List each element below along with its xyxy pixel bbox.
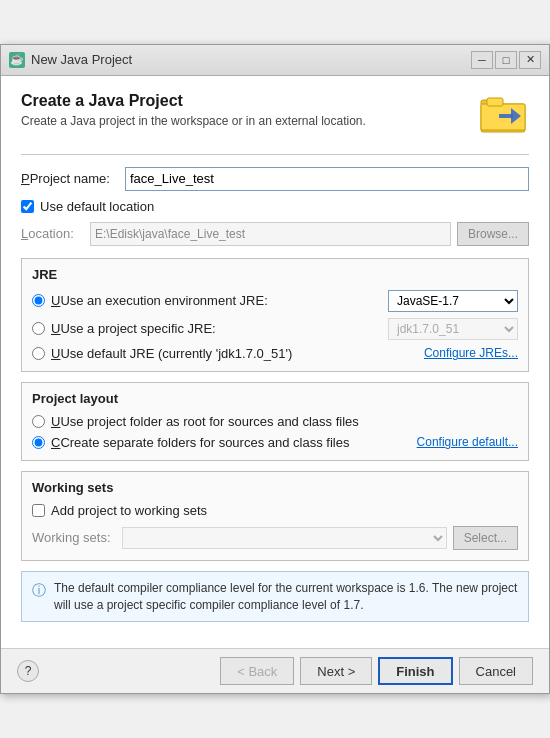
project-layout-section: Project layout UUse project folder as ro… xyxy=(21,382,529,461)
project-name-label: PProject name: xyxy=(21,171,121,186)
footer-buttons: < Back Next > Finish Cancel xyxy=(220,657,533,685)
next-button[interactable]: Next > xyxy=(300,657,372,685)
minimize-button[interactable]: ─ xyxy=(471,51,493,69)
footer-left: ? xyxy=(17,660,39,682)
working-sets-select-button[interactable]: Select... xyxy=(453,526,518,550)
project-name-row: PProject name: xyxy=(21,167,529,191)
working-sets-title: Working sets xyxy=(32,480,518,495)
configure-jres-link[interactable]: Configure JREs... xyxy=(424,346,518,360)
title-bar-left: ☕ New Java Project xyxy=(9,52,132,68)
configure-default-link[interactable]: Configure default... xyxy=(417,435,518,449)
info-message: The default compiler compliance level fo… xyxy=(54,580,518,614)
dialog-window: ☕ New Java Project ─ □ ✕ Create a Java P… xyxy=(0,44,550,695)
project-layout-title: Project layout xyxy=(32,391,518,406)
layout-root-radio[interactable] xyxy=(32,415,45,428)
working-sets-checkbox-row: Add project to working sets xyxy=(32,503,518,518)
jre-env-label: UUse an execution environment JRE: xyxy=(51,293,268,308)
jre-env-radio[interactable] xyxy=(32,294,45,307)
dialog-content: Create a Java Project Create a Java proj… xyxy=(1,76,549,649)
jre-radio1-row: UUse an execution environment JRE: JavaS… xyxy=(32,290,518,312)
page-title: Create a Java Project xyxy=(21,92,366,110)
cancel-button[interactable]: Cancel xyxy=(459,657,533,685)
jre-radio3-row: UUse default JRE (currently 'jdk1.7.0_51… xyxy=(32,346,518,361)
info-box: ⓘ The default compiler compliance level … xyxy=(21,571,529,623)
finish-button[interactable]: Finish xyxy=(378,657,452,685)
working-sets-label: Working sets: xyxy=(32,530,122,545)
location-input[interactable] xyxy=(90,222,451,246)
jre-section: JRE UUse an execution environment JRE: J… xyxy=(21,258,529,372)
header-text: Create a Java Project Create a Java proj… xyxy=(21,92,366,144)
back-button[interactable]: < Back xyxy=(220,657,294,685)
use-default-location-label: Use default location xyxy=(40,199,154,214)
browse-button[interactable]: Browse... xyxy=(457,222,529,246)
use-default-location-row: Use default location xyxy=(21,199,529,214)
location-label: Location: xyxy=(21,226,86,241)
use-default-location-checkbox[interactable] xyxy=(21,200,34,213)
jre-radio3-left: UUse default JRE (currently 'jdk1.7.0_51… xyxy=(32,346,292,361)
jre-section-title: JRE xyxy=(32,267,518,282)
header-area: Create a Java Project Create a Java proj… xyxy=(21,92,529,144)
page-subtitle: Create a Java project in the workspace o… xyxy=(21,114,366,128)
working-sets-input-row: Working sets: Select... xyxy=(32,526,518,550)
title-bar: ☕ New Java Project ─ □ ✕ xyxy=(1,45,549,76)
working-sets-select[interactable] xyxy=(122,527,447,549)
jre-specific-radio[interactable] xyxy=(32,322,45,335)
dialog-footer: ? < Back Next > Finish Cancel xyxy=(1,648,549,693)
layout-radio1-row: UUse project folder as root for sources … xyxy=(32,414,518,429)
jre-specific-label: UUse a project specific JRE: xyxy=(51,321,216,336)
layout-separate-label: CCreate separate folders for sources and… xyxy=(51,435,349,450)
layout-root-label: UUse project folder as root for sources … xyxy=(51,414,359,429)
layout-separate-radio[interactable] xyxy=(32,436,45,449)
jre-specific-select[interactable]: jdk1.7.0_51 xyxy=(388,318,518,340)
folder-icon xyxy=(479,92,529,134)
svg-rect-3 xyxy=(487,98,503,106)
jre-env-select[interactable]: JavaSE-1.7 xyxy=(388,290,518,312)
jre-default-radio[interactable] xyxy=(32,347,45,360)
window-title: New Java Project xyxy=(31,52,132,67)
maximize-button[interactable]: □ xyxy=(495,51,517,69)
jre-radio2-left: UUse a project specific JRE: xyxy=(32,321,216,336)
window-icon: ☕ xyxy=(9,52,25,68)
header-divider xyxy=(21,154,529,155)
layout-radio2-left: CCreate separate folders for sources and… xyxy=(32,435,349,450)
location-row: Location: Browse... xyxy=(21,222,529,246)
close-button[interactable]: ✕ xyxy=(519,51,541,69)
add-to-working-sets-label: Add project to working sets xyxy=(51,503,207,518)
jre-radio1-left: UUse an execution environment JRE: xyxy=(32,293,268,308)
info-icon: ⓘ xyxy=(32,581,46,601)
help-button[interactable]: ? xyxy=(17,660,39,682)
jre-default-label: UUse default JRE (currently 'jdk1.7.0_51… xyxy=(51,346,292,361)
jre-radio2-row: UUse a project specific JRE: jdk1.7.0_51 xyxy=(32,318,518,340)
title-bar-controls: ─ □ ✕ xyxy=(471,51,541,69)
layout-radio2-row: CCreate separate folders for sources and… xyxy=(32,435,518,450)
svg-rect-5 xyxy=(499,114,513,118)
project-name-input[interactable] xyxy=(125,167,529,191)
add-to-working-sets-checkbox[interactable] xyxy=(32,504,45,517)
working-sets-section: Working sets Add project to working sets… xyxy=(21,471,529,561)
